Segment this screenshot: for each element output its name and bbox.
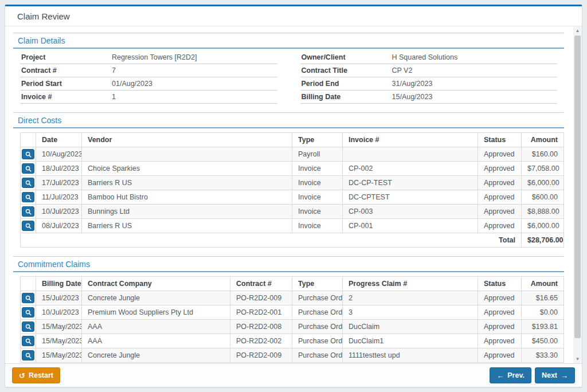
cell-type: Purchase Order — [292, 334, 343, 348]
cell-progress-claim: DucClaim — [343, 320, 478, 334]
view-detail-button[interactable] — [22, 149, 34, 159]
cell-date: 08/Jul/2023 — [36, 219, 82, 233]
cell-amount: $160.00 — [522, 147, 564, 162]
cell-status: Approved — [478, 219, 522, 233]
cell-type: Payroll — [292, 147, 343, 162]
view-detail-button[interactable] — [22, 206, 34, 217]
cell-date: 17/Jul/2023 — [36, 176, 82, 190]
search-icon — [25, 180, 32, 186]
direct-cost-row: 08/Jul/2023 Barriers R US Invoice CP-001… — [21, 219, 564, 233]
total-amount: $28,706.00 — [522, 233, 564, 248]
search-icon — [25, 151, 32, 158]
restart-icon: ↺ — [19, 372, 25, 379]
detail-value: 31/Aug/2023 — [392, 80, 433, 88]
cell-vendor: Barriers R US — [82, 219, 292, 233]
detail-row-period-end: Period End 31/Aug/2023 — [300, 77, 558, 91]
cell-type: Purchase Order — [292, 348, 343, 363]
cell-progress-claim: 1111testtest upd — [343, 348, 478, 363]
direct-costs-heading: Direct Costs — [13, 112, 564, 128]
detail-row-project: Project Regression Towers [R2D2] — [20, 51, 277, 64]
scroll-up-icon[interactable]: ▲ — [573, 26, 582, 35]
cell-amount: $6,000.00 — [522, 176, 564, 190]
cell-invoice: DC-CP-TEST — [343, 176, 478, 190]
next-button-label: Next — [542, 371, 557, 379]
claim-details-heading: Claim Details — [13, 33, 564, 49]
restart-button[interactable]: ↺ Restart — [12, 367, 60, 383]
amount-column-header: Amount — [522, 277, 564, 291]
vertical-scrollbar[interactable]: ▲ ▼ — [573, 26, 582, 363]
cell-status: Approved — [478, 334, 522, 348]
search-icon — [25, 352, 32, 359]
cell-billing-date: 15/May/2023 — [36, 334, 82, 348]
view-detail-button[interactable] — [22, 307, 34, 317]
table-header-row: Billing Date Contract Company Contract #… — [21, 277, 564, 291]
claim-details-section: Claim Details Project Regression Towers … — [13, 33, 564, 104]
scrollbar-thumb[interactable] — [574, 36, 581, 338]
cell-status: Approved — [478, 291, 522, 305]
detail-value: CP V2 — [392, 66, 413, 75]
view-detail-button[interactable] — [22, 221, 34, 231]
prev-button[interactable]: ← Prev. — [490, 367, 531, 383]
cell-contract: PO-R2D2-002 — [230, 334, 292, 348]
detail-row-billing-date: Billing Date 15/Aug/2023 — [300, 91, 558, 104]
status-column-header: Status — [478, 133, 522, 147]
view-column-header — [21, 277, 36, 291]
detail-label: Contract # — [21, 66, 112, 75]
cell-type: Invoice — [292, 190, 343, 205]
cell-type: Invoice — [292, 176, 343, 190]
view-column-header — [21, 133, 36, 147]
commitment-claim-row: 10/Jul/2023 Premium Wood Suppliers Pty L… — [21, 305, 564, 320]
direct-cost-row: 18/Jul/2023 Choice Sparkies Invoice CP-0… — [21, 162, 564, 176]
detail-value: 15/Aug/2023 — [392, 93, 433, 101]
cell-date: 11/Jul/2023 — [36, 190, 82, 205]
detail-value: 01/Aug/2023 — [112, 80, 152, 88]
detail-value: H Squared Solutions — [392, 53, 458, 61]
view-detail-button[interactable] — [22, 192, 34, 202]
cell-progress-claim: 3 — [343, 305, 478, 320]
cell-amount: $193.81 — [522, 320, 564, 334]
next-button[interactable]: Next → — [535, 367, 575, 383]
view-detail-button[interactable] — [22, 336, 34, 346]
cell-vendor: Bamboo Hut Bistro — [82, 190, 292, 205]
cell-amount: $33.30 — [522, 348, 564, 363]
cell-amount: $8,888.00 — [522, 205, 564, 219]
cell-type: Invoice — [292, 162, 343, 176]
detail-label: Invoice # — [21, 93, 112, 101]
view-detail-button[interactable] — [22, 163, 34, 174]
cell-contract: PO-R2D2-009 — [230, 348, 292, 363]
cell-billing-date: 15/Jul/2023 — [36, 291, 82, 305]
cell-amount: $600.00 — [522, 190, 564, 205]
cell-invoice: DC-CPTEST — [343, 190, 478, 205]
detail-label: Contract Title — [302, 66, 392, 75]
cell-type: Invoice — [292, 219, 343, 233]
detail-label: Owner/Client — [302, 53, 392, 61]
type-column-header: Type — [292, 133, 343, 147]
claim-details-left-column: Project Regression Towers [R2D2] Contrac… — [20, 51, 277, 104]
cell-vendor — [82, 147, 292, 162]
cell-contract: PO-R2D2-001 — [230, 305, 292, 320]
contract-company-column-header: Contract Company — [82, 277, 230, 291]
search-icon — [25, 309, 32, 316]
cell-contract: PO-R2D2-009 — [230, 291, 292, 305]
cell-company: AAA — [82, 320, 230, 334]
billing-date-column-header: Billing Date — [36, 277, 82, 291]
cell-company: AAA — [82, 334, 230, 348]
commitment-claims-section: Commitment Claims Billing Date Contract … — [13, 256, 564, 363]
view-detail-button[interactable] — [22, 178, 34, 188]
prev-button-label: Prev. — [507, 371, 525, 379]
cell-contract: PO-R2D2-008 — [230, 320, 292, 334]
view-detail-button[interactable] — [22, 293, 34, 303]
view-detail-button[interactable] — [22, 322, 34, 332]
scroll-down-icon[interactable]: ▼ — [573, 355, 582, 363]
commitment-claims-heading: Commitment Claims — [13, 256, 564, 272]
cell-amount: $0.00 — [522, 305, 564, 320]
cell-vendor: Choice Sparkies — [82, 162, 292, 176]
detail-label: Period Start — [21, 80, 112, 88]
restart-button-label: Restart — [29, 371, 53, 379]
arrow-left-icon: ← — [496, 372, 504, 379]
cell-status: Approved — [478, 190, 522, 205]
direct-cost-row: 10/Aug/2023 Payroll Approved $160.00 — [21, 147, 564, 162]
cell-invoice: CP-003 — [343, 205, 478, 219]
view-detail-button[interactable] — [22, 350, 34, 360]
detail-value: 1 — [112, 93, 116, 101]
